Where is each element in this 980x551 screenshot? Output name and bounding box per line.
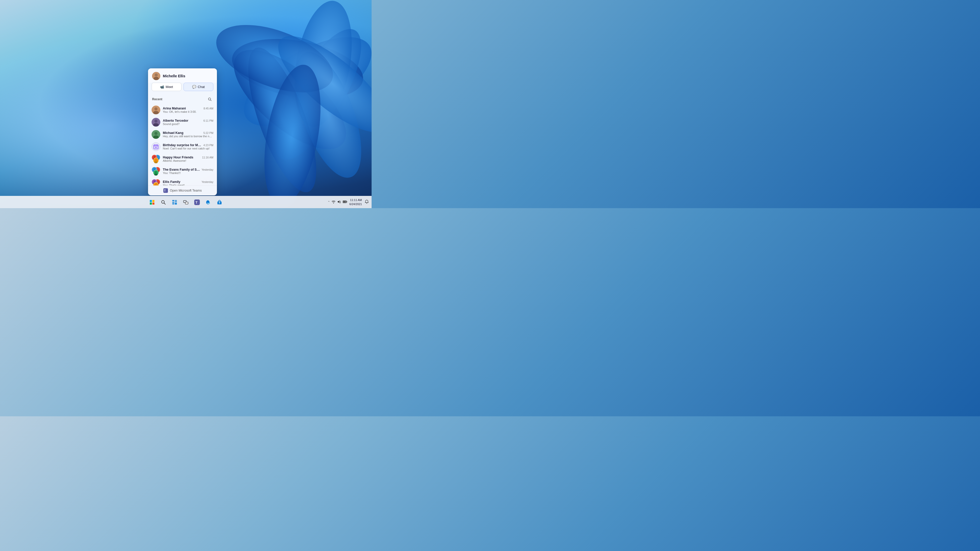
volume-icon[interactable] (337, 200, 341, 204)
wifi-icon[interactable] (331, 200, 336, 204)
conversation-item[interactable]: Happy Hour Friends 11:16 AM Alberto: Awe… (148, 153, 217, 165)
conversation-item[interactable]: Birthday surprise for Mum 4:23 PM Noel: … (148, 141, 217, 153)
open-teams-label: Open Microsoft Teams (170, 189, 202, 192)
conv-preview: Noel: Can't wait for our next catch up! (163, 147, 213, 150)
svg-point-7 (207, 11, 342, 106)
conv-time: 5:22 PM (204, 131, 213, 135)
svg-rect-77 (343, 201, 346, 203)
svg-rect-62 (152, 203, 154, 205)
svg-point-22 (154, 132, 158, 135)
conv-avatar-calendar (151, 142, 160, 151)
conv-name: The Evans Family of Supers (163, 168, 200, 171)
teams-taskbar-button[interactable]: T (192, 197, 202, 207)
conversation-item[interactable]: Alberto Tercedor 6:11 PM Sound good? (148, 116, 217, 128)
svg-rect-68 (175, 203, 177, 205)
user-name: Michelle Ellis (163, 74, 185, 78)
meet-label: Meet (165, 85, 173, 89)
conv-info: The Evans Family of Supers Yesterday You… (163, 168, 213, 175)
svg-rect-59 (150, 200, 152, 202)
conv-time: Yesterday (202, 180, 213, 183)
conv-time: 4:23 PM (204, 144, 213, 147)
conversation-item[interactable]: The Evans Family of Supers Yesterday You… (148, 165, 217, 177)
conv-time: 11:16 AM (202, 156, 213, 159)
meet-button[interactable]: 📹 Meet (151, 83, 181, 91)
conv-avatar-group (151, 179, 160, 186)
edge-button[interactable] (203, 197, 213, 207)
svg-point-46 (155, 171, 157, 173)
conversation-item[interactable]: Arina Maharani 8:45 AM You: OK, let's ma… (148, 104, 217, 116)
conv-info: Birthday surprise for Mum 4:23 PM Noel: … (163, 143, 213, 150)
conv-preview: You: That's great! (163, 184, 213, 186)
conv-info: Ellis Family Yesterday You: That's great… (163, 180, 213, 186)
conv-time: 6:11 PM (204, 119, 213, 122)
chat-button[interactable]: 💬 Chat (183, 83, 213, 91)
conv-avatar (151, 118, 160, 127)
svg-line-64 (164, 203, 165, 204)
system-tray: ⌃ (328, 200, 347, 204)
conv-name: Michael Kang (163, 131, 183, 135)
conv-info: Alberto Tercedor 6:11 PM Sound good? (163, 119, 213, 125)
conversation-list: Arina Maharani 8:45 AM You: OK, let's ma… (148, 104, 217, 186)
conv-preview: Alberto: Awesome! (163, 159, 213, 162)
notification-icon[interactable] (365, 200, 369, 205)
conv-name: Happy Hour Friends (163, 156, 193, 159)
conv-preview: You: Thanks!!! (163, 171, 213, 175)
svg-point-2 (259, 17, 372, 171)
svg-point-1 (228, 30, 368, 108)
conversation-item[interactable]: Michael Kang 5:22 PM Hey, did you still … (148, 128, 217, 141)
svg-point-11 (155, 73, 158, 76)
conv-name: Arina Maharani (163, 106, 186, 110)
start-button[interactable] (147, 197, 157, 207)
taskbar: T ⌃ (0, 196, 372, 208)
conv-name: Alberto Tercedor (163, 119, 188, 122)
popup-header: Michelle Ellis (148, 68, 217, 83)
chat-icon: 💬 (192, 85, 196, 89)
open-teams-footer[interactable]: T Open Microsoft Teams (148, 186, 217, 195)
conv-avatar (151, 106, 160, 114)
recent-header: Recent (148, 94, 217, 104)
chat-label: Chat (198, 85, 205, 89)
taskbar-right: ⌃ (328, 198, 372, 206)
svg-point-8 (265, 21, 372, 147)
conv-name: Ellis Family (163, 180, 180, 184)
conv-time: Yesterday (202, 168, 213, 171)
svg-rect-66 (175, 200, 177, 202)
svg-point-5 (234, 40, 330, 200)
video-icon: 📹 (160, 85, 164, 89)
widgets-button[interactable] (169, 197, 180, 207)
svg-point-19 (154, 120, 158, 123)
conv-preview: You: OK, let's make it 3:00. (163, 110, 213, 113)
svg-point-3 (218, 33, 362, 166)
search-button[interactable] (207, 96, 213, 102)
recent-label: Recent (152, 97, 162, 101)
chat-popup: Michelle Ellis 📹 Meet 💬 Chat Recent (148, 68, 217, 195)
avatar-image (152, 72, 160, 80)
task-view-button[interactable] (181, 197, 191, 207)
taskbar-center: T (147, 197, 224, 207)
system-clock[interactable]: 11:11 AM 6/24/2021 (349, 198, 362, 206)
svg-point-4 (286, 0, 361, 131)
svg-text:T: T (164, 189, 165, 192)
store-button[interactable] (215, 197, 224, 207)
svg-rect-61 (150, 203, 152, 205)
svg-rect-70 (185, 202, 188, 204)
conv-info: Arina Maharani 8:45 AM You: OK, let's ma… (163, 106, 213, 113)
svg-rect-76 (347, 201, 347, 203)
search-taskbar-button[interactable] (158, 197, 169, 207)
conv-info: Happy Hour Friends 11:16 AM Alberto: Awe… (163, 156, 213, 162)
clock-date: 6/24/2021 (349, 202, 362, 206)
conv-preview: Sound good? (163, 122, 213, 125)
svg-rect-67 (172, 202, 174, 205)
conv-time: 8:45 AM (204, 107, 213, 110)
action-buttons: 📹 Meet 💬 Chat (148, 83, 217, 94)
svg-text:T: T (196, 200, 197, 204)
chevron-icon[interactable]: ⌃ (328, 200, 330, 204)
user-avatar (152, 72, 160, 80)
battery-icon[interactable] (343, 200, 347, 204)
svg-point-6 (282, 44, 372, 186)
conv-name: Birthday surprise for Mum (163, 143, 202, 147)
svg-point-16 (154, 107, 158, 110)
svg-point-55 (155, 184, 157, 186)
conversation-item[interactable]: Ellis Family Yesterday You: That's great… (148, 177, 217, 186)
svg-rect-60 (152, 200, 154, 202)
